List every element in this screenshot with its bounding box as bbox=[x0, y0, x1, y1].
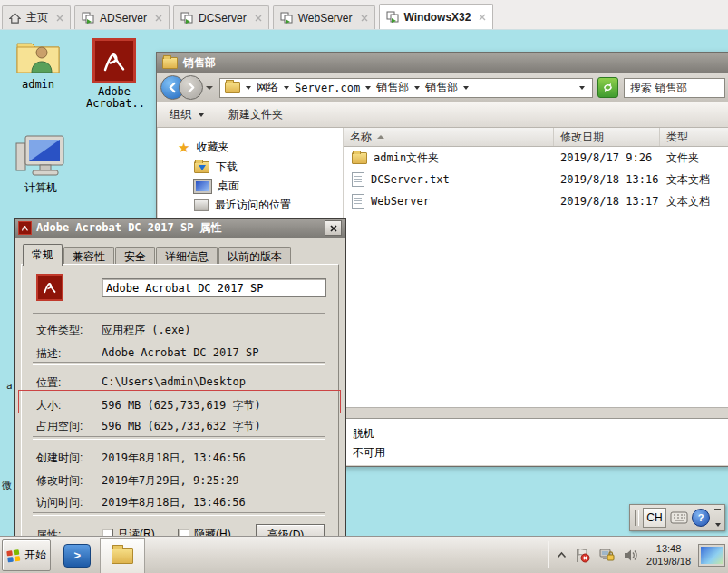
close-icon[interactable] bbox=[56, 15, 63, 22]
address-dropdown-icon[interactable] bbox=[579, 86, 585, 90]
search-box[interactable] bbox=[624, 78, 725, 98]
explorer-titlebar[interactable]: 销售部 bbox=[157, 53, 728, 73]
desktop-label-fragment: 微 bbox=[2, 479, 12, 492]
crumb-network[interactable]: 网络 bbox=[257, 80, 278, 95]
crumb-caret-icon[interactable] bbox=[246, 86, 251, 90]
minimize-icon[interactable] bbox=[714, 509, 721, 510]
organize-menu[interactable]: 组织 bbox=[170, 107, 207, 122]
tab-adserver[interactable]: ADServer bbox=[74, 5, 170, 29]
file-name: DCServer.txt bbox=[371, 173, 450, 186]
show-hidden-icons-chevron[interactable] bbox=[557, 551, 567, 558]
sidebar-item-favorites[interactable]: ★ 收藏夹 bbox=[158, 137, 343, 158]
crumb-server[interactable]: Server.com bbox=[295, 82, 360, 94]
file-row-webserver[interactable]: WebServer 2019/8/18 13:17 文本文档 bbox=[344, 190, 728, 212]
column-type[interactable]: 类型 bbox=[660, 128, 728, 146]
description-value: Adobe Acrobat DC 2017 SP bbox=[102, 346, 258, 359]
general-tab-panel: 文件类型: 应用程序 (.exe) 描述: Adobe Acrobat DC 2… bbox=[21, 264, 339, 539]
adobe-acrobat-icon bbox=[36, 274, 63, 301]
taskbar-powershell-button[interactable]: > bbox=[58, 540, 96, 570]
column-label: 修改日期 bbox=[560, 130, 604, 145]
tab-previous-versions[interactable]: 以前的版本 bbox=[218, 247, 291, 266]
created-label: 创建时间: bbox=[36, 451, 83, 466]
tab-general[interactable]: 常规 bbox=[23, 244, 63, 266]
start-button[interactable]: 开始 bbox=[2, 539, 51, 571]
language-button[interactable]: CH bbox=[643, 508, 666, 528]
modified-label: 修改时间: bbox=[36, 473, 83, 489]
crumb-caret-icon[interactable] bbox=[365, 86, 371, 90]
remote-app-icon bbox=[386, 11, 399, 24]
home-icon bbox=[9, 12, 21, 24]
admin-folder-icon bbox=[8, 36, 68, 76]
file-type: 文本文档 bbox=[660, 172, 728, 188]
file-type: 文件夹 bbox=[660, 151, 728, 166]
address-breadcrumb[interactable]: 网络 Server.com 销售部 销售部 bbox=[219, 78, 593, 98]
file-name-field[interactable] bbox=[102, 278, 326, 297]
tab-dcserver[interactable]: DCServer bbox=[173, 5, 269, 29]
tab-windowsx32[interactable]: WindowsX32 bbox=[379, 4, 494, 29]
new-folder-button[interactable]: 新建文件夹 bbox=[228, 107, 283, 122]
crumb-caret-icon[interactable] bbox=[463, 86, 469, 90]
tab-label: WebServer bbox=[298, 12, 353, 24]
close-icon[interactable] bbox=[255, 15, 262, 22]
chevron-down-icon[interactable] bbox=[715, 523, 721, 527]
file-type: 文本文档 bbox=[660, 194, 728, 209]
volume-icon[interactable] bbox=[623, 549, 638, 562]
tab-home[interactable]: 主页 bbox=[2, 5, 71, 29]
column-date[interactable]: 修改日期 bbox=[554, 128, 660, 146]
crumb-caret-icon[interactable] bbox=[284, 86, 289, 90]
location-label: 位置: bbox=[36, 375, 61, 391]
keyboard-icon[interactable] bbox=[670, 511, 688, 524]
file-name: WebServer bbox=[371, 195, 430, 208]
nav-history-dropdown[interactable] bbox=[206, 86, 213, 90]
close-icon[interactable] bbox=[155, 15, 162, 22]
modified-value: 2019年7月29日, 9:25:29 bbox=[102, 473, 239, 489]
sidebar-item-desktop[interactable]: 桌面 bbox=[158, 177, 343, 196]
desktop-icon-admin[interactable]: admin bbox=[8, 36, 68, 91]
close-icon[interactable] bbox=[479, 14, 486, 21]
column-name[interactable]: 名称 bbox=[344, 128, 554, 146]
file-row-dcserver[interactable]: DCServer.txt 2019/8/18 13:16 文本文档 bbox=[344, 169, 728, 190]
sidebar-label: 最近访问的位置 bbox=[215, 198, 291, 213]
tab-security[interactable]: 安全 bbox=[115, 247, 155, 266]
downloads-icon bbox=[194, 161, 209, 173]
forward-button[interactable] bbox=[179, 75, 203, 100]
refresh-button[interactable] bbox=[597, 77, 618, 98]
crumb-dept[interactable]: 销售部 bbox=[376, 80, 409, 95]
help-button[interactable]: ? bbox=[692, 509, 710, 527]
file-list-empty-area[interactable] bbox=[344, 212, 728, 407]
tab-label: DCServer bbox=[199, 12, 247, 24]
horizontal-scrollbar[interactable] bbox=[344, 407, 728, 418]
crumb-caret-icon[interactable] bbox=[414, 86, 420, 90]
desktop-icon bbox=[194, 180, 211, 193]
taskbar-clock[interactable]: 13:48 2019/8/18 bbox=[646, 542, 691, 568]
close-icon[interactable] bbox=[361, 15, 368, 22]
sidebar-item-downloads[interactable]: 下载 bbox=[158, 158, 343, 177]
folder-icon bbox=[352, 152, 367, 164]
sidebar-item-recent[interactable]: 最近访问的位置 bbox=[158, 196, 343, 215]
tab-details[interactable]: 详细信息 bbox=[156, 247, 218, 266]
langbar-options[interactable] bbox=[713, 507, 722, 529]
crumb-folder[interactable]: 销售部 bbox=[425, 80, 458, 95]
taskbar-explorer-button[interactable] bbox=[100, 538, 145, 573]
window-title: 销售部 bbox=[183, 55, 216, 71]
separator bbox=[33, 436, 325, 440]
location-value: C:\Users\admin\Desktop bbox=[102, 375, 246, 388]
file-type-value: 应用程序 (.exe) bbox=[102, 323, 191, 338]
file-row-admin[interactable]: admin文件夹 2019/8/17 9:26 文件夹 bbox=[344, 147, 728, 169]
network-icon[interactable] bbox=[598, 548, 615, 562]
close-button[interactable] bbox=[325, 220, 342, 236]
tab-compatibility[interactable]: 兼容性 bbox=[63, 247, 114, 266]
tab-webserver[interactable]: WebServer bbox=[273, 5, 375, 29]
desktop-icon-computer[interactable]: 计算机 bbox=[11, 132, 71, 194]
separator bbox=[33, 362, 325, 365]
desktop-icon-adobe[interactable]: Adobe Acrobat.. bbox=[80, 38, 149, 110]
desktop-icon-label: admin bbox=[8, 79, 68, 91]
show-desktop-button[interactable] bbox=[699, 545, 724, 566]
dialog-titlebar[interactable]: Adobe Acrobat DC 2017 SP 属性 bbox=[15, 219, 345, 238]
search-input[interactable] bbox=[625, 81, 724, 95]
langbar-grip[interactable] bbox=[635, 510, 639, 526]
sort-asc-icon bbox=[377, 135, 384, 139]
created-value: 2019年8月18日, 13:46:56 bbox=[102, 451, 246, 466]
action-center-flag-icon[interactable] bbox=[575, 548, 590, 563]
file-date: 2019/8/18 13:16 bbox=[554, 173, 660, 186]
